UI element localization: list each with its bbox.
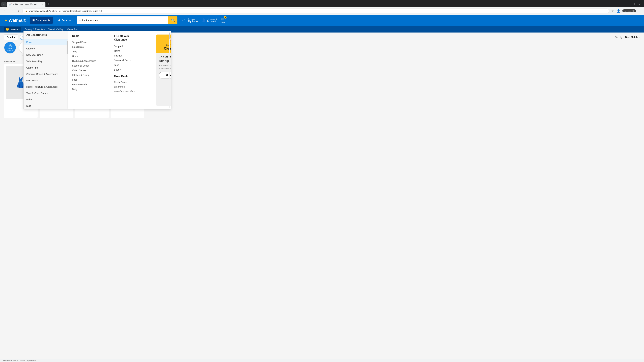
tab-favicon: 🛒 [9,3,12,5]
search-input[interactable] [77,16,168,24]
more-deals-manufacturer[interactable]: Manufacturer Offers [114,89,142,94]
end-year-column: End Of YearClearance Shop All Home Fashi… [114,34,142,106]
walmart-spark-icon: ✦ [4,17,8,23]
nav-item-grocery[interactable]: Grocery & Essentials [25,28,45,30]
deals-item-electronics[interactable]: Electronics [72,44,100,49]
deals-item-clothing[interactable]: Clothing & Accessories [72,59,100,63]
address-bar[interactable]: 🔒 walmart.com/search?q=shirts+for+women&… [22,8,609,13]
cart-btn[interactable]: 🛒 0 $0.00 [220,17,226,24]
end-year-shop-all[interactable]: Shop All [114,44,142,49]
restore-icon[interactable]: ❐ [634,3,636,6]
departments-btn[interactable]: ⊞ Departments [30,17,53,24]
deals-item-baby[interactable]: Baby [72,87,100,91]
page-container: ⬇ 🛒 shirts for women - Walmart.co... ✕ +… [0,0,644,120]
chevron-down-icon: ▼ [14,36,16,38]
minimize-icon[interactable]: ─ [630,3,632,6]
deals-item-kitchen[interactable]: Kitchen & Dining [72,73,100,77]
sidebar-item-toys[interactable]: Toys & Video Games [24,90,68,96]
walmart-logo[interactable]: ✦ Walmart [4,17,26,23]
wishlist-btn[interactable]: ♡ [182,18,185,22]
sidebar-item-electronics[interactable]: Electronics [24,77,68,84]
sidebar-item-valentines[interactable]: Valentine's Day [24,58,68,64]
deals-item-video-games[interactable]: Video Games [72,68,100,73]
deals-column-title: Deals [72,34,100,37]
window-controls: ─ ❐ ✕ [628,1,643,7]
walmart-logo-text: Walmart [8,18,26,23]
more-deals-flash[interactable]: Flash Deals [114,80,142,84]
end-year-list: Shop All Home Fashion Seasonal Decor Tec… [114,44,142,72]
browser-toolbar: ← → ↻ 🔒 walmart.com/search?q=shirts+for+… [0,7,644,15]
sidebar-item-home[interactable]: Home, Furniture & Appliances [24,84,68,90]
dropdown-content: Deals Shop All Deals Electronics Toys Ho… [68,31,171,109]
tab-group-switcher[interactable]: ⬇ [1,2,6,6]
search-container: 🔍 [77,16,178,24]
dropdown-scrollbar-thumb[interactable] [169,32,170,39]
deals-item-shop-all[interactable]: Shop All Deals [72,40,100,44]
deals-item-seasonal[interactable]: Seasonal Décor [72,63,100,68]
sort-divider: | [624,36,624,38]
promo-tag: 🏷️ Can't-Miss Clearance [156,34,171,53]
incognito-badge: Incognito (2) [622,9,636,12]
tab-close-icon[interactable]: ✕ [41,3,43,6]
sidebar-item-deals[interactable]: Deals [24,39,68,45]
services-label: Services [62,19,72,22]
end-year-home[interactable]: Home [114,49,142,53]
sort-area: Sort by | Best Match ▼ [615,36,640,38]
cart-badge: 0 [224,16,226,18]
deals-item-food[interactable]: Food [72,77,100,82]
forward-btn[interactable]: → [9,8,15,13]
end-year-tech[interactable]: Tech [114,63,142,67]
menu-icon[interactable]: ⋮ [637,8,642,13]
sidebar-item-clothing[interactable]: Clothing, Shoes & Accessories [24,71,68,77]
deals-item-patio[interactable]: Patio & Garden [72,82,100,87]
deals-item-toys[interactable]: Toys [72,49,100,54]
sort-chevron-icon: ▼ [638,36,640,38]
sidebar-scrollbar-thumb[interactable] [66,41,68,54]
more-deals-list: Flash Deals Clearance Manufacturer Offer… [114,80,142,94]
browser-chrome: ⬇ 🛒 shirts for women - Walmart.co... ✕ +… [0,0,644,15]
how-do-i-btn[interactable]: ? How do y... [4,27,21,31]
account-action[interactable]: 👤 Hi, Lauren D Account [202,18,217,23]
account-main: Account [207,20,217,23]
nav-item-winter[interactable]: Winter Prep [66,28,78,30]
circle-icon: ? [6,28,9,31]
sidebar-item-baby[interactable]: Baby [24,96,68,103]
how-do-i-text: How do y... [10,28,20,30]
tab-title: shirts for women - Walmart.co... [13,3,40,5]
more-deals-title: More Deals [114,75,142,78]
more-deals-clearance[interactable]: Clearance [114,84,142,89]
reorder-main: My Items [188,20,198,23]
deals-list: Shop All Deals Electronics Toys Home Clo… [72,40,100,91]
carousel-item-winter-savings[interactable]: ❄️ Winter savings [4,41,16,54]
close-icon[interactable]: ✕ [638,3,641,6]
search-btn[interactable]: 🔍 [168,16,178,24]
new-tab-btn[interactable]: + [46,2,51,7]
sidebar-item-game-time[interactable]: Game Time [24,64,68,71]
reload-btn[interactable]: ↻ [16,9,21,13]
end-year-fashion[interactable]: Fashion [114,53,142,58]
sidebar-scrollbar-track [66,39,68,109]
sidebar-item-kids[interactable]: Kids [24,103,68,109]
back-btn[interactable]: ← [2,8,8,13]
sort-value: Best Match [625,36,638,38]
end-year-beauty[interactable]: Beauty [114,67,142,72]
sort-select[interactable]: Best Match ▼ [625,36,640,38]
services-btn[interactable]: ⊕ Services [56,17,74,24]
bookmark-icon[interactable]: ☆ [611,8,615,13]
departments-label: Departments [36,19,50,22]
nav-item-valentines[interactable]: Valentine's Day [48,28,64,30]
deals-item-home[interactable]: Home [72,54,100,59]
account-icon: 👤 [202,18,206,22]
brand-filter-btn[interactable]: Brand ▼ [4,34,18,40]
reorder-action[interactable]: Reorder My Items [188,18,198,23]
end-year-seasonal[interactable]: Seasonal Decor [114,58,142,63]
dropdown-scrollbar-track [169,32,170,108]
sidebar-item-new-year[interactable]: New Year Goals [24,52,68,58]
browser-tab-bar: ⬇ 🛒 shirts for women - Walmart.co... ✕ +… [0,0,644,7]
end-year-title: End Of YearClearance [114,34,142,41]
sidebar-item-grocery[interactable]: Grocery [24,45,68,52]
active-tab[interactable]: 🛒 shirts for women - Walmart.co... ✕ [7,2,46,7]
address-text[interactable]: walmart.com/search?q=shirts+for+women&ty… [29,10,606,12]
profile-icon[interactable]: 👤 [616,8,621,13]
deals-column: Deals Shop All Deals Electronics Toys Ho… [72,34,100,106]
